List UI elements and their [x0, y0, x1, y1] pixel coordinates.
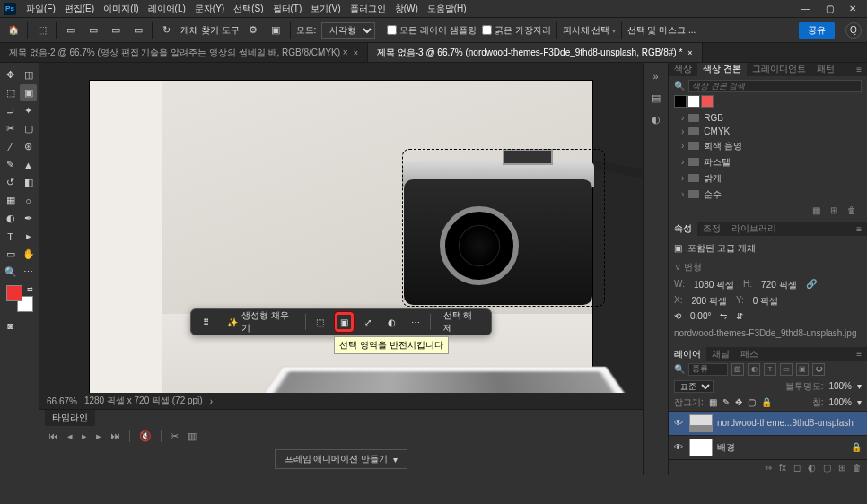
swatch-folder-rgb[interactable]: RGB — [674, 111, 862, 125]
layer-thumbnail[interactable] — [689, 439, 713, 456]
last-frame-icon[interactable]: ⏭ — [110, 430, 120, 441]
tab-layers[interactable]: 레이어 — [669, 347, 706, 361]
deselect-button[interactable]: 선택 해제 — [436, 306, 486, 338]
y-value[interactable]: 0 픽셀 — [753, 295, 778, 308]
more-options-icon[interactable]: ⋯ — [406, 312, 424, 332]
modify-selection-icon[interactable]: ⬚ — [311, 312, 329, 332]
new-selection-icon[interactable]: ▭ — [62, 22, 79, 39]
flip-v-icon[interactable]: ⇵ — [736, 311, 743, 321]
tab-paths[interactable]: 패스 — [735, 347, 764, 361]
eraser-tool[interactable]: ◧ — [20, 174, 37, 191]
menu-file[interactable]: 파일(F) — [22, 3, 60, 15]
blur-tool[interactable]: ○ — [20, 192, 37, 209]
artboard-tool[interactable]: ◫ — [20, 66, 37, 83]
height-value[interactable]: 720 픽셀 — [761, 279, 796, 291]
fill-adjust-icon[interactable]: ◐ — [808, 463, 816, 473]
filter-adjust-icon[interactable]: ◐ — [748, 363, 760, 376]
select-and-mask-button[interactable]: 선택 및 마스크 ... — [627, 24, 696, 37]
canvas-viewport[interactable]: ⠿ ✨ 생성형 채우기 ⬚ ▣ 선택 영역을 반전시킵니다 ⤢ ◐ ⋯ 선택 해… — [39, 63, 643, 393]
frame-tool[interactable]: ▢ — [20, 120, 37, 137]
edit-toolbar[interactable]: ⋯ — [20, 264, 37, 281]
tab-color[interactable]: 색상 — [669, 63, 697, 76]
create-frame-animation-button[interactable]: 프레임 애니메이션 만들기▾ — [275, 449, 408, 469]
menu-layer[interactable]: 레이어(L) — [144, 3, 190, 15]
menu-image[interactable]: 이미지(I) — [99, 3, 143, 15]
lock-artboard-icon[interactable]: ▢ — [748, 397, 756, 407]
width-value[interactable]: 1080 픽셀 — [694, 279, 734, 291]
filter-shape-icon[interactable]: ▭ — [780, 363, 793, 376]
audio-icon[interactable]: 🔇 — [139, 430, 152, 442]
filter-pixel-icon[interactable]: ▧ — [731, 363, 744, 376]
layer-filter-kind[interactable] — [688, 363, 728, 376]
filter-type-icon[interactable]: T — [764, 363, 776, 376]
quick-select-tool[interactable]: ✦ — [20, 102, 37, 119]
swatch-red[interactable] — [701, 95, 714, 108]
link-layers-icon[interactable]: ⇔ — [765, 463, 772, 473]
clone-stamp-tool[interactable]: ▲ — [20, 156, 37, 173]
group-icon[interactable]: ▢ — [823, 463, 831, 473]
marquee-tool[interactable]: ⬚ — [2, 84, 19, 101]
object-finder-settings-icon[interactable]: ⚙ — [245, 22, 262, 39]
play-icon[interactable]: ▸ — [82, 430, 87, 442]
lasso-tool[interactable]: ⊃ — [2, 102, 19, 119]
menu-plugins[interactable]: 플러그인 — [346, 3, 390, 15]
window-minimize[interactable]: — — [795, 2, 817, 16]
object-select-tool-icon[interactable]: ⬚ — [33, 22, 50, 39]
move-tool[interactable]: ✥ — [2, 66, 19, 83]
close-icon[interactable]: × — [687, 48, 692, 57]
delete-layer-icon[interactable]: 🗑 — [853, 463, 862, 473]
home-button[interactable]: 🏠 — [5, 22, 22, 39]
menu-select[interactable]: 선택(S) — [229, 3, 267, 15]
swatch-white[interactable] — [687, 95, 700, 108]
path-select-tool[interactable]: ▸ — [20, 228, 37, 245]
angle-value[interactable]: 0.00° — [690, 311, 711, 321]
hard-edge-checkbox[interactable]: 굵은 가장자리 — [482, 24, 551, 37]
mode-select[interactable]: 사각형 — [321, 22, 375, 39]
hand-tool[interactable]: ✋ — [20, 246, 37, 263]
transform-selection-icon[interactable]: ⤢ — [359, 312, 377, 332]
menu-view[interactable]: 보기(V) — [306, 3, 345, 15]
layer-mask-icon[interactable]: ◻ — [793, 463, 801, 473]
tab-patterns[interactable]: 패턴 — [811, 63, 840, 76]
tab-swatches[interactable]: 색상 견본 — [697, 63, 747, 76]
opacity-value[interactable]: 100% — [828, 381, 852, 391]
menu-window[interactable]: 창(W) — [390, 3, 423, 15]
menu-edit[interactable]: 편집(E) — [60, 3, 99, 15]
link-wh-icon[interactable]: 🔗 — [806, 279, 817, 291]
tab-adjustments[interactable]: 조정 — [697, 222, 726, 236]
swatch-folder-pastel[interactable]: 파스텔 — [674, 154, 862, 170]
zoom-level[interactable]: 66.67% — [47, 396, 77, 406]
lock-paint-icon[interactable]: ✎ — [722, 397, 730, 407]
swatch-search-input[interactable] — [688, 80, 862, 92]
layer-thumbnail[interactable] — [689, 414, 713, 432]
tab-libraries[interactable]: 라이브러리 — [726, 222, 782, 236]
window-close[interactable]: ✕ — [842, 2, 863, 16]
eyedropper-tool[interactable]: ⁄ — [2, 138, 19, 155]
swatch-folder-cmyk[interactable]: CMYK — [674, 125, 862, 138]
close-icon[interactable]: × — [354, 48, 358, 57]
menu-type[interactable]: 문자(Y) — [190, 3, 229, 15]
tab-properties[interactable]: 속성 — [669, 222, 697, 236]
x-value[interactable]: 200 픽셀 — [691, 295, 726, 308]
show-overlay-icon[interactable]: ▣ — [267, 22, 285, 39]
swap-colors-icon[interactable]: ⇄ — [27, 285, 33, 293]
layer-search-icon[interactable]: 🔍 — [674, 364, 685, 374]
lock-position-icon[interactable]: ✥ — [735, 397, 742, 407]
visibility-icon[interactable]: 👁 — [674, 418, 685, 428]
sample-all-layers-checkbox[interactable]: 모든 레이어 샘플링 — [387, 24, 477, 37]
brush-tool[interactable]: ✎ — [2, 156, 19, 173]
blend-mode-select[interactable]: 표준 — [674, 380, 714, 393]
add-selection-icon[interactable]: ▭ — [84, 22, 101, 39]
share-button[interactable]: 공유 — [799, 22, 835, 39]
timeline-tab[interactable]: 타임라인 — [45, 410, 95, 426]
color-swatches[interactable]: ⇄ — [6, 285, 33, 312]
swatch-folder-grayscale[interactable]: 회색 음영 — [674, 138, 862, 154]
zoom-tool[interactable]: 🔍 — [2, 264, 19, 281]
swatch-black[interactable] — [674, 95, 687, 108]
prev-frame-icon[interactable]: ◂ — [67, 430, 73, 442]
intersect-selection-icon[interactable]: ▭ — [129, 22, 146, 39]
type-tool[interactable]: T — [2, 228, 19, 245]
select-subject-button[interactable]: 피사체 선택 — [563, 24, 616, 37]
visibility-icon[interactable]: 👁 — [674, 442, 685, 452]
document-tab-2[interactable]: 제목 없음-3 @ 66.7% (nordwood-themes-F3Dde_9… — [368, 43, 703, 62]
